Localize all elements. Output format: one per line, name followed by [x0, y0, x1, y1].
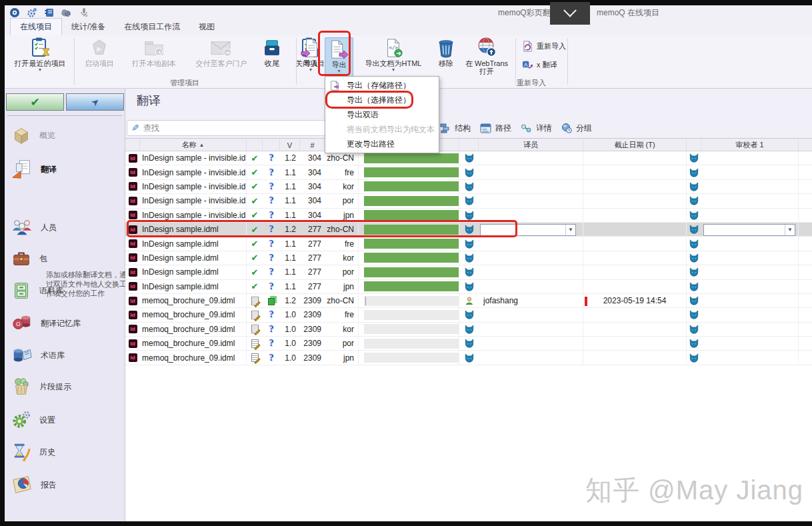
translator-combobox[interactable]: ▼ — [480, 224, 576, 236]
table-row[interactable]: Id InDesign sample.idml ✔ ? 1.1 277 kor — [125, 251, 812, 265]
open-recent-project-button[interactable]: 打开最近的项目 ▾ — [9, 37, 71, 78]
edited-doc-icon — [251, 353, 259, 362]
export-button[interactable]: 导出 ▾ — [325, 37, 353, 77]
memoq-window: memoQ彩页翻译系列中 memoQ 在线项目 在线项目 统计/准备 在线项目工… — [0, 0, 812, 526]
x-translate-button[interactable]: A x 翻译 — [522, 59, 557, 71]
sidebar-item-translation-memories[interactable]: 翻译记忆库 — [11, 313, 81, 334]
menu-item-change-export-path[interactable]: 更改导出路径 — [325, 137, 439, 151]
table-row[interactable]: Id InDesign sample.idml ✔ ? 1.1 277 por — [125, 265, 812, 279]
sidebar-item-settings[interactable]: 设置 — [11, 410, 55, 430]
tab-online-project[interactable]: 在线项目 — [10, 18, 62, 35]
export-document-as-html-button[interactable]: </> 导出文档为HTML ▾ — [356, 37, 431, 78]
structure-button[interactable]: 结构 — [440, 123, 471, 134]
chevron-down-button[interactable] — [550, 2, 590, 25]
reviewer-combobox[interactable]: ▼ — [703, 224, 795, 236]
menu-item-export-stored-path[interactable]: 导出（存储路径） — [325, 78, 439, 93]
sidebar-item-reports[interactable]: 报告 — [11, 474, 57, 495]
header-name[interactable]: 名称▲ — [140, 139, 247, 151]
segment-count: 304 — [300, 194, 325, 207]
menu-item-export-choose-path[interactable]: 导出（选择路径） — [325, 93, 439, 107]
muses-icon — [11, 377, 31, 397]
deadline-cell — [583, 180, 687, 193]
document-name: InDesign sample - invisible.id... — [140, 194, 247, 207]
path-button[interactable]: 路径 — [480, 123, 511, 134]
table-row[interactable]: Id memoq_brochure_09.idml 1.2 2309 zho-C… — [125, 294, 812, 308]
group-label-reimport: 重新导入 — [505, 78, 558, 88]
version-value: 1.1 — [280, 251, 300, 265]
start-project-button[interactable]: 启动项目 — [78, 37, 121, 78]
edited-doc-icon — [251, 311, 259, 319]
tab-statistics-prepare[interactable]: 统计/准备 — [62, 19, 115, 35]
table-row[interactable]: Id InDesign sample - invisible.id... ✔ ?… — [125, 165, 812, 179]
dropdown-arrow-icon: ▾ — [392, 67, 395, 72]
reviewer-cell — [701, 237, 799, 250]
table-row[interactable]: Id InDesign sample - invisible.id... ✔ ?… — [125, 151, 812, 165]
header-deadline[interactable]: 截止日期 (T) — [583, 139, 687, 151]
sidebar-item-overview[interactable]: 概览 — [11, 125, 55, 145]
deadline-cell — [583, 265, 687, 279]
sidebar-item-people[interactable]: 人员 — [11, 217, 57, 238]
question-mark-icon: ? — [269, 181, 274, 192]
reviewer-assignee-icon — [687, 265, 701, 279]
sidebar-item-muses[interactable]: 片段提示 — [11, 377, 71, 397]
table-row[interactable]: Id memoq_brochure_09.idml ? 1.0 2309 kor — [125, 323, 812, 337]
tab-online-project-workflow[interactable]: 在线项目工作流 — [115, 19, 189, 35]
app-logo-icon[interactable] — [9, 7, 20, 18]
sidebar-item-packages[interactable]: 包 — [11, 249, 47, 269]
table-row[interactable]: Id InDesign sample - invisible.id... ✔ ?… — [125, 194, 812, 208]
sidebar-item-history[interactable]: 历史 — [11, 442, 55, 462]
table-row[interactable]: Id InDesign sample.idml ✔ ? 1.1 277 fre — [125, 237, 812, 251]
reimport-button[interactable]: 重新导入 — [522, 41, 566, 52]
table-row[interactable]: Id InDesign sample.idml ✔ ? 1.2 277 zho-… — [125, 223, 812, 237]
question-mark-icon: ? — [269, 338, 274, 349]
header-version[interactable]: V — [280, 139, 300, 151]
table-row[interactable]: Id InDesign sample - invisible.id... ✔ ?… — [125, 180, 812, 194]
sidebar-item-translations[interactable]: 翻译 — [11, 159, 57, 180]
green-check-icon: ✔ — [30, 95, 39, 109]
remove-button[interactable]: 移除 — [433, 37, 459, 78]
wolf-group-icon — [465, 253, 474, 263]
document-name: InDesign sample - invisible.id... — [140, 165, 247, 179]
translator-cell — [479, 151, 583, 165]
header-reviewer[interactable]: 审校者 1 — [701, 139, 799, 151]
sidebar-item-termbases[interactable]: 术语库 — [11, 345, 65, 366]
table-row[interactable]: Id memoq_brochure_09.idml ? 1.0 2309 por — [125, 337, 812, 351]
segment-count: 304 — [300, 151, 325, 165]
edited-doc-icon — [251, 325, 259, 333]
deliver-to-customer-portal-button[interactable]: 交付至客户门户 — [187, 37, 255, 78]
wrap-up-button[interactable]: 收尾 — [258, 37, 286, 78]
translator-assignee-icon — [459, 308, 479, 321]
open-in-webtrans-button[interactable]: 在 WebTrans 打开 — [461, 37, 512, 78]
tab-view[interactable]: 视图 — [189, 19, 224, 35]
open-local-copy-button[interactable]: 打开本地副本 — [123, 37, 185, 78]
address-book-icon[interactable] — [43, 7, 55, 18]
groups-button[interactable]: 分组 — [561, 123, 592, 134]
deadline-cell — [583, 308, 687, 321]
forward-button[interactable]: ➤ — [66, 93, 124, 111]
question-mark-icon: ? — [269, 353, 274, 363]
import-button[interactable]: 导入 ▾ — [299, 37, 323, 78]
menu-item-export-bilingual[interactable]: 导出双语 — [325, 107, 439, 122]
header-translator[interactable]: 译员 — [479, 139, 583, 151]
header-file-icon-col[interactable] — [125, 139, 140, 151]
header-count[interactable]: # — [300, 139, 325, 151]
cloud-settings-icon[interactable] — [61, 7, 72, 18]
progress-cell — [364, 308, 459, 321]
launch-project-icon — [89, 37, 109, 58]
status-icon — [247, 294, 263, 307]
confirm-button[interactable]: ✔ — [6, 93, 64, 111]
table-row[interactable]: Id memoq_brochure_09.idml ? 1.0 2309 jpn — [125, 351, 812, 365]
mic-icon[interactable] — [78, 7, 89, 18]
extra-status-icon: ? — [263, 251, 280, 265]
deadline-value: 2023-05-19 14:54 — [603, 296, 667, 305]
table-row[interactable]: Id InDesign sample.idml ✔ ? 1.1 277 jpn — [125, 280, 812, 294]
table-row[interactable]: Id memoq_brochure_09.idml ? 1.0 2309 fre — [125, 308, 812, 322]
sidebar-item-corpora[interactable]: 语料库 — [11, 281, 63, 301]
indesign-file-icon: Id — [129, 339, 137, 348]
details-button[interactable]: 详情 — [521, 123, 552, 134]
question-mark-icon: ? — [269, 267, 274, 277]
segment-count: 304 — [300, 180, 325, 193]
version-value: 1.1 — [280, 194, 300, 207]
gear-icon[interactable] — [26, 7, 37, 18]
table-row[interactable]: Id InDesign sample - invisible.id... ✔ ?… — [125, 209, 812, 223]
